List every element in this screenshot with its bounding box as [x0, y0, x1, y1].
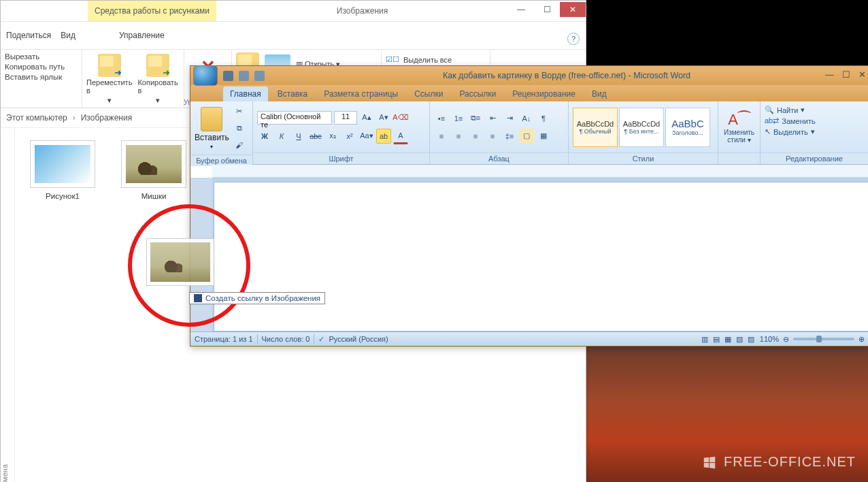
tab-mailings[interactable]: Рассылки	[452, 86, 503, 101]
shrink-font-icon[interactable]: A▾	[376, 110, 391, 125]
superscript-button[interactable]: x²	[342, 129, 357, 144]
shading-icon[interactable]: ▢	[519, 129, 534, 144]
copy-path-button[interactable]: Копировать путь	[5, 63, 78, 71]
align-right-icon[interactable]: ≡	[468, 129, 483, 144]
checkbox-icon: ☑☐	[386, 55, 399, 64]
tab-home[interactable]: Главная	[223, 86, 268, 101]
close-button[interactable]: ✕	[858, 69, 866, 80]
close-button[interactable]: ✕	[560, 2, 586, 17]
maximize-button[interactable]: ☐	[842, 69, 850, 80]
status-bar: Страница: 1 из 1 Число слов: 0 ✓ Русский…	[190, 332, 868, 346]
explorer-title: Изображения	[216, 1, 508, 21]
share-tab[interactable]: Поделиться	[6, 31, 51, 40]
image-thumbnail-icon	[126, 145, 182, 183]
windows-icon	[702, 455, 717, 470]
page-indicator[interactable]: Страница: 1 из 1	[195, 335, 253, 343]
undo-icon[interactable]	[239, 71, 249, 81]
replace-button[interactable]: ab⇄Заменить	[765, 116, 816, 125]
group-label: Шрифт	[253, 152, 429, 164]
horizontal-ruler[interactable]	[212, 165, 868, 178]
maximize-button[interactable]: ☐	[534, 2, 560, 17]
document-page[interactable]	[214, 182, 868, 332]
align-center-icon[interactable]: ≡	[451, 129, 466, 144]
indent-dec-icon[interactable]: ⇤	[485, 111, 500, 126]
change-case-button[interactable]: Aa▾	[359, 129, 374, 144]
tab-view[interactable]: Вид	[585, 86, 614, 101]
file-item[interactable]: Мишки	[121, 140, 186, 200]
bullets-icon[interactable]: •≡	[434, 111, 449, 126]
paste-shortcut-button[interactable]: Вставить ярлык	[5, 73, 78, 81]
style-no-spacing[interactable]: AaBbCcDd ¶ Без инте...	[619, 108, 664, 147]
align-left-icon[interactable]: ≡	[434, 129, 449, 144]
save-icon[interactable]	[223, 71, 233, 81]
tab-layout[interactable]: Разметка страницы	[317, 86, 405, 101]
redo-icon[interactable]	[254, 71, 265, 81]
subscript-button[interactable]: x₂	[325, 129, 340, 144]
spellcheck-icon[interactable]: ✓	[318, 335, 324, 344]
strike-button[interactable]: abc	[308, 129, 323, 144]
zoom-slider[interactable]	[793, 338, 854, 340]
group-label: Редактирование	[761, 152, 868, 164]
ribbon-tabs: Главная Вставка Разметка страницы Ссылки…	[190, 85, 868, 101]
cut-icon[interactable]: ✂	[232, 103, 247, 118]
minimize-button[interactable]: —	[825, 69, 834, 80]
word-titlebar[interactable]: Как добавить картинку в Ворде (free-offi…	[190, 66, 868, 85]
grow-font-icon[interactable]: A▴	[359, 110, 374, 125]
style-normal[interactable]: AaBbCcDd ¶ Обычный	[573, 108, 618, 147]
underline-button[interactable]: Ч	[291, 129, 306, 144]
word-title: Как добавить картинку в Ворде (free-offi…	[265, 71, 868, 80]
copy-icon[interactable]: ⧉	[232, 120, 247, 135]
quick-access-toolbar[interactable]	[223, 71, 265, 81]
file-item[interactable]: Рисунок1	[30, 140, 95, 200]
bold-button[interactable]: Ж	[257, 129, 272, 144]
paste-button[interactable]: Вставить▾	[195, 107, 229, 150]
borders-icon[interactable]: ▦	[536, 129, 551, 144]
select-button[interactable]: ↖Выделить ▾	[765, 127, 815, 136]
document-area[interactable]	[190, 178, 868, 332]
language-indicator[interactable]: Русский (Россия)	[329, 335, 388, 343]
group-label: Абзац	[430, 152, 568, 164]
cursor-icon: ↖	[765, 127, 771, 136]
shortcut-icon	[194, 294, 202, 302]
word-count[interactable]: Число слов: 0	[262, 335, 310, 343]
highlight-button[interactable]: ab	[376, 129, 391, 144]
clear-format-icon[interactable]: A⌫	[393, 110, 408, 125]
office-button[interactable]	[190, 66, 220, 85]
search-icon: 🔍	[765, 106, 774, 114]
change-styles-button[interactable]: A⁀ Изменить стили ▾	[722, 111, 756, 144]
copy-to-button[interactable]: ➜ Копировать в▾	[137, 52, 178, 106]
numbering-icon[interactable]: 1≡	[451, 111, 466, 126]
show-marks-icon[interactable]: ¶	[536, 111, 551, 126]
style-heading1[interactable]: AaBbC Заголово...	[665, 108, 710, 147]
manage-tab[interactable]: Управление	[119, 31, 165, 40]
drag-preview	[146, 238, 214, 286]
zoom-out-button[interactable]: ⊖	[783, 335, 789, 344]
line-spacing-icon[interactable]: ‡≡	[502, 129, 517, 144]
nav-pane[interactable]: мена	[1, 128, 15, 482]
word-window[interactable]: Как добавить картинку в Ворде (free-offi…	[190, 65, 868, 347]
font-size-select[interactable]: 11	[334, 111, 357, 125]
font-name-select[interactable]: Calibri (Основной те	[257, 111, 332, 125]
justify-icon[interactable]: ≡	[485, 129, 500, 144]
select-all-button[interactable]: Выделить все	[403, 56, 452, 64]
tab-links[interactable]: Ссылки	[407, 86, 450, 101]
zoom-level[interactable]: 110%	[760, 335, 779, 343]
zoom-in-button[interactable]: ⊕	[858, 335, 865, 344]
indent-inc-icon[interactable]: ⇥	[502, 111, 517, 126]
find-button[interactable]: 🔍Найти ▾	[765, 106, 805, 114]
sort-icon[interactable]: A↓	[519, 111, 534, 126]
help-icon[interactable]: ?	[567, 33, 580, 45]
multilevel-icon[interactable]: ⧉≡	[468, 111, 483, 126]
font-color-button[interactable]: A	[393, 128, 408, 144]
paragraph-group: •≡ 1≡ ⧉≡ ⇤ ⇥ A↓ ¶ ≡ ≡ ≡ ≡ ‡≡ ▢ ▦	[430, 101, 569, 164]
tab-insert[interactable]: Вставка	[271, 86, 315, 101]
minimize-button[interactable]: —	[508, 2, 534, 17]
view-buttons[interactable]: ▥ ▤ ▦ ▧ ▨	[701, 335, 756, 344]
picture-tools-tab[interactable]: Средства работы с рисунками	[88, 1, 216, 21]
format-painter-icon[interactable]: 🖌	[232, 138, 247, 152]
tab-review[interactable]: Рецензирование	[505, 86, 582, 101]
cut-button[interactable]: Вырезать	[5, 52, 78, 61]
italic-button[interactable]: К	[274, 129, 289, 144]
view-tab[interactable]: Вид	[61, 31, 76, 40]
move-to-button[interactable]: ➜ Переместить в▾	[86, 52, 132, 106]
